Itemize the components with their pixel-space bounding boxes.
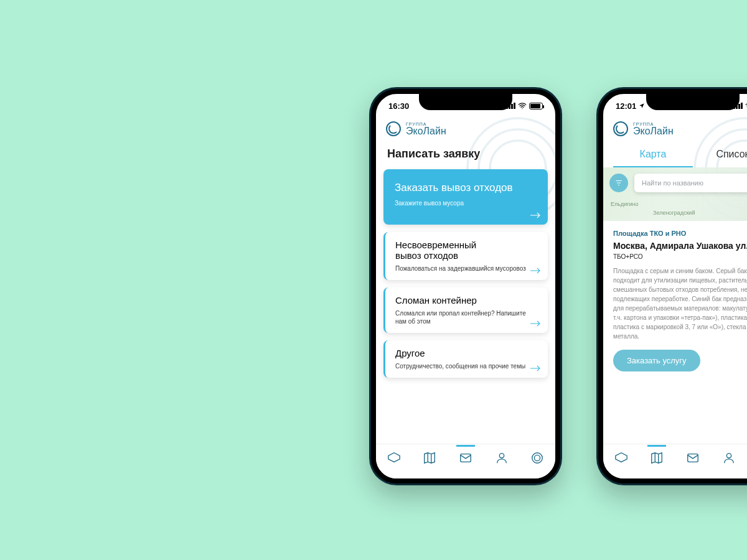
- phone-mockup-requests: 16:30 ГРУППА ЭкоЛайн Написать заявку Зак…: [369, 87, 562, 485]
- tab-home[interactable]: [613, 450, 629, 466]
- arrow-right-icon: [530, 320, 542, 327]
- status-time: 12:01: [616, 101, 636, 111]
- tab-bar: [376, 444, 555, 478]
- tab-requests[interactable]: [685, 450, 701, 466]
- location-icon: [639, 103, 645, 109]
- view-tabs: Карта Список: [603, 140, 747, 167]
- site-type: ТБО+РСО: [613, 253, 747, 260]
- filter-button[interactable]: [609, 174, 628, 192]
- page-title: Написать заявку: [376, 140, 555, 169]
- tab-requests[interactable]: [458, 450, 474, 466]
- tab-home[interactable]: [386, 450, 402, 466]
- card-title: Другое: [395, 348, 529, 358]
- arrow-right-icon: [530, 365, 542, 371]
- tab-map[interactable]: [649, 450, 665, 466]
- card-title: Сломан контейнер: [395, 295, 529, 306]
- battery-icon: [529, 103, 543, 110]
- brand-main: ЭкоЛайн: [406, 126, 446, 136]
- order-service-button[interactable]: Заказать услугу: [613, 350, 700, 371]
- svg-point-11: [726, 453, 731, 457]
- site-category: Площадка ТКО и РНО: [613, 230, 747, 237]
- svg-rect-10: [688, 454, 698, 462]
- search-placeholder: Найти по названию: [642, 179, 703, 187]
- tab-profile[interactable]: [721, 450, 737, 466]
- map-view[interactable]: Найти по названию Ельдигино Зеленоградск…: [603, 167, 747, 221]
- site-detail-panel: Площадка ТКО и РНО Москва, Адмирала Ушак…: [603, 221, 747, 383]
- site-address: Москва, Адмирала Ушакова ул., д. 1: [613, 241, 747, 251]
- tab-profile[interactable]: [494, 450, 510, 466]
- arrow-right-icon: [530, 212, 542, 218]
- card-title: Заказать вывоз отходов: [395, 182, 533, 194]
- brand-mark-icon: [613, 121, 628, 136]
- brand-logo: ГРУППА ЭкоЛайн: [603, 118, 747, 140]
- wifi-icon: [518, 101, 527, 110]
- map-place-label: Зеленоградский: [653, 210, 695, 216]
- tab-map-view[interactable]: Карта: [613, 142, 693, 167]
- device-notch: [419, 94, 512, 110]
- card-other[interactable]: Другое Сотрудничество, сообщения на проч…: [383, 340, 548, 378]
- tab-bar: [603, 444, 747, 478]
- card-late-pickup[interactable]: Несвоевременный вывоз отходов Пожаловать…: [383, 232, 548, 280]
- tab-map[interactable]: [421, 450, 438, 466]
- svg-rect-3: [461, 454, 471, 462]
- tab-list-view[interactable]: Список: [693, 142, 747, 167]
- card-title: Несвоевременный вывоз отходов: [395, 240, 529, 261]
- arrow-right-icon: [530, 268, 542, 274]
- filter-icon: [614, 179, 623, 187]
- phone-mockup-map: 12:01 ГРУППА ЭкоЛайн Карта Список: [596, 87, 747, 485]
- status-time: 16:30: [388, 101, 409, 111]
- svg-point-4: [499, 453, 504, 457]
- tab-about[interactable]: [529, 450, 545, 466]
- site-description: Площадка с серым и синим баком. Серый ба…: [613, 266, 747, 341]
- card-subtitle: Закажите вывоз мусора: [395, 199, 533, 207]
- card-subtitle: Пожаловаться на задержавшийся мусоровоз: [395, 264, 529, 273]
- card-subtitle: Сотрудничество, сообщения на прочие темы: [395, 362, 529, 370]
- search-input[interactable]: Найти по названию: [634, 174, 747, 192]
- brand-mark-icon: [386, 121, 401, 136]
- card-broken-container[interactable]: Сломан контейнер Сломался или пропал кон…: [383, 287, 548, 333]
- svg-point-6: [535, 455, 540, 460]
- brand-main: ЭкоЛайн: [633, 126, 674, 136]
- svg-point-5: [532, 452, 543, 463]
- device-notch: [646, 94, 740, 110]
- card-subtitle: Сломался или пропал контейнер? Напишите …: [395, 309, 529, 325]
- brand-logo: ГРУППА ЭкоЛайн: [376, 118, 555, 140]
- card-order-waste[interactable]: Заказать вывоз отходов Закажите вывоз му…: [383, 169, 548, 225]
- map-place-label: Ельдигино: [611, 201, 639, 207]
